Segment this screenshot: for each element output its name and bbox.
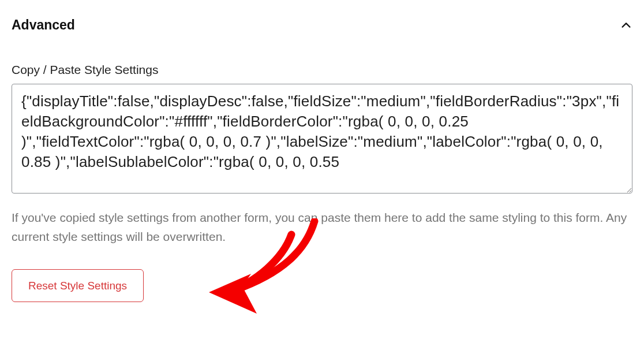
chevron-up-icon xyxy=(620,19,632,32)
copy-paste-label: Copy / Paste Style Settings xyxy=(12,63,632,77)
copy-paste-help-text: If you've copied style settings from ano… xyxy=(12,209,632,246)
advanced-section: Advanced Copy / Paste Style Settings {"d… xyxy=(12,12,632,302)
reset-style-settings-button[interactable]: Reset Style Settings xyxy=(12,269,144,302)
section-title: Advanced xyxy=(12,17,75,33)
reset-row: Reset Style Settings xyxy=(12,269,632,302)
section-header[interactable]: Advanced xyxy=(12,12,632,39)
style-settings-textarea[interactable]: {"displayTitle":false,"displayDesc":fals… xyxy=(12,84,632,194)
